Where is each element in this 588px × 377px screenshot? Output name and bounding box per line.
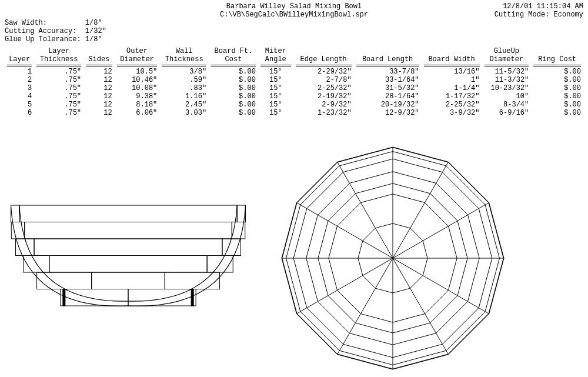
table-cell: 2-19/32" [293,92,354,101]
svg-rect-10 [49,256,207,273]
table-cell: .75" [34,109,83,117]
table-cell: 8-3/4" [482,101,532,109]
table-cell: $.00 [209,68,258,76]
table-cell: 5 [5,101,34,109]
table-row: 4.75"129.38"1.16"$.0015°2-19/32"28-1/64"… [5,92,583,101]
table-cell: 12 [83,68,115,76]
column-header: Layer [5,47,34,68]
table-cell: 1.16" [159,92,209,101]
table-cell: 3/8" [159,68,209,76]
table-cell: 2 [5,76,34,84]
table-cell: 2-29/32" [293,68,354,76]
table-cell: $.00 [209,92,258,101]
table-cell: .75" [34,76,83,84]
table-cell: 6 [5,109,34,117]
svg-line-39 [338,162,393,258]
table-cell: 10.5" [115,68,160,76]
table-cell: 2-25/32" [293,84,354,92]
svg-rect-12 [37,272,92,289]
table-row: 5.75"128.18"2.45"$.0015°2-9/32"20-19/32"… [5,101,583,109]
table-cell: $.00 [209,84,258,92]
table-cell: .75" [34,92,83,101]
svg-line-36 [296,258,393,314]
svg-rect-1 [19,205,238,222]
svg-line-29 [393,162,449,258]
param-glue-tolerance: Glue Up Tolerance: 1/8" [5,35,158,44]
table-cell: 15° [258,109,293,117]
table-cell: 2-7/8" [293,76,354,84]
table-cell: 8.18" [115,101,160,109]
column-header: Edge Length [293,47,354,68]
cutting-mode: Cutting Mode: Economy [430,11,583,19]
table-cell: 1-23/32" [293,109,354,117]
table-row: 3.75"1210.08".83"$.0015°2-25/32"31-5/32"… [5,84,583,92]
report-title: Barbara Willey Salad Mixing Bowl [158,2,430,11]
diagrams [5,141,583,376]
table-cell: .75" [34,68,83,76]
column-header: LayerThickness [34,47,83,68]
table-cell: 13/16" [422,68,482,76]
table-cell: 11-5/32" [482,68,532,76]
report-timestamp: 12/8/01 11:15:04 AM [430,2,583,11]
table-cell: 1-1/4" [422,84,482,92]
table-cell: 12-9/32" [354,109,422,117]
report-path: C:\VB\SegCalc\BWilleyMixingBowl.spr [158,11,430,19]
table-cell: 28-1/64" [354,92,422,101]
table-cell: $.00 [209,101,258,109]
table-cell: 12 [83,92,115,101]
table-cell: 10-23/32" [482,84,532,92]
column-header: OuterDiameter [115,47,160,68]
table-cell: 2-25/32" [422,101,482,109]
table-cell: .75" [34,84,83,92]
svg-rect-7 [34,239,222,256]
svg-rect-4 [25,222,232,239]
header-params: Saw Width: 1/8" Cutting Accuracy: 1/32" … [5,2,158,44]
table-cell: 11-3/32" [482,76,532,84]
table-row: 6.75"126.06"3.03"$.0015°1-23/32"12-9/32"… [5,109,583,117]
table-cell: 10.46" [115,76,160,84]
table-cell: 12 [83,76,115,84]
svg-rect-19 [191,289,193,306]
svg-rect-8 [222,239,241,256]
table-cell: $.00 [209,76,258,84]
svg-line-30 [393,203,489,259]
table-cell: 1-17/32" [422,92,482,101]
table-cell: 33-7/8" [354,68,422,76]
svg-rect-6 [15,239,34,256]
table-cell: $.00 [531,109,583,117]
column-header: Board Width [422,47,482,68]
table-cell: 10.08" [115,84,160,92]
table-cell: 3 [5,84,34,92]
table-cell: 10" [482,92,532,101]
column-header: WallThickness [159,47,209,68]
svg-line-35 [338,258,393,355]
header-meta: 12/8/01 11:15:04 AM Cutting Mode: Econom… [430,2,583,19]
svg-line-33 [393,258,449,355]
table-cell: $.00 [531,92,583,101]
table-cell: 4 [5,92,34,101]
table-cell: 33-1/64" [354,76,422,84]
table-cell: 15° [258,68,293,76]
svg-rect-14 [165,272,219,289]
table-cell: 3-9/32" [422,109,482,117]
column-header: GlueUpDiameter [482,47,532,68]
svg-line-38 [296,203,393,259]
svg-rect-13 [92,272,165,289]
table-cell: 12 [83,109,115,117]
table-cell: 1" [422,76,482,84]
table-cell: 2.45" [159,101,209,109]
table-cell: $.00 [531,76,583,84]
table-cell: $.00 [531,68,583,76]
column-header: Ring Cost [531,47,583,68]
table-cell: .75" [34,101,83,109]
param-saw-width: Saw Width: 1/8" [5,19,158,27]
column-header: MiterAngle [258,47,293,68]
table-cell: 3.03" [159,109,209,117]
param-cutting-accuracy: Cutting Accuracy: 1/32" [5,27,158,35]
layer-table: LayerLayerThickness SidesOuterDiameterWa… [5,47,583,117]
table-row: 1.75"1210.5"3/8"$.0015°2-29/32"33-7/8"13… [5,68,583,76]
table-cell: 15° [258,92,293,101]
table-cell: 15° [258,84,293,92]
bowl-top-plan [275,141,510,376]
table-row: 2.75"1210.46".59"$.0015°2-7/8"33-1/64"1"… [5,76,583,84]
